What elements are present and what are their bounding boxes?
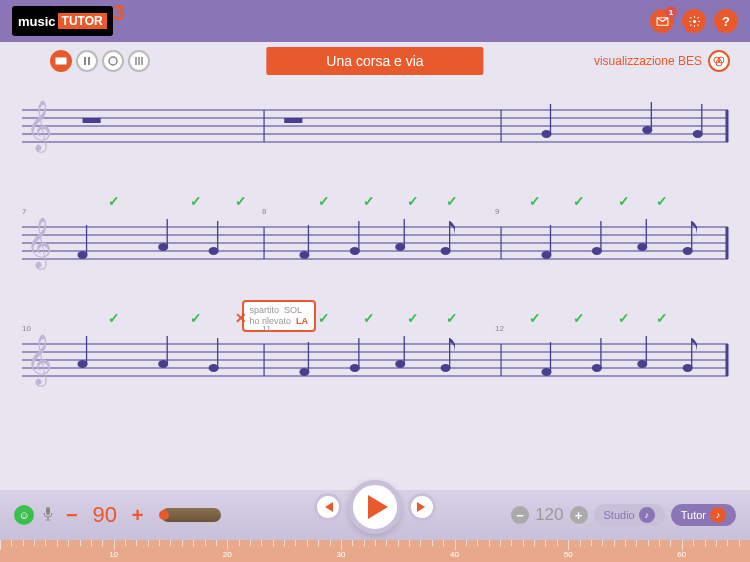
instrument-icon[interactable] xyxy=(161,508,221,522)
error-tooltip: spartito SOL ho rilevato LA xyxy=(242,300,317,332)
top-icon-row: 1 ? xyxy=(650,9,738,33)
timeline-tick xyxy=(318,540,319,546)
timeline-tick xyxy=(239,540,240,546)
check-icon: ✓ xyxy=(318,310,330,326)
bar-number: 7 xyxy=(22,207,26,216)
timeline-tick xyxy=(591,540,592,546)
view-tool-2[interactable] xyxy=(76,50,98,72)
check-icon: ✓ xyxy=(363,310,375,326)
prev-button[interactable] xyxy=(314,493,342,521)
timeline-tick xyxy=(443,540,444,546)
timeline-tick xyxy=(398,540,399,546)
timeline-tick xyxy=(136,540,137,546)
next-button[interactable] xyxy=(408,493,436,521)
view-tool-3[interactable] xyxy=(102,50,124,72)
check-icon: ✓ xyxy=(656,193,668,209)
timeline-tick xyxy=(80,540,81,546)
staff[interactable]: 7 8 9 𝄞 xyxy=(22,217,728,272)
timeline-tick xyxy=(45,540,46,546)
logo-text-1: music xyxy=(18,14,56,29)
tempo-plus[interactable]: + xyxy=(128,504,148,527)
mode-studio-label: Studio xyxy=(604,509,635,521)
transport-controls xyxy=(314,480,436,534)
timeline-tick xyxy=(670,540,671,546)
svg-point-4 xyxy=(109,57,117,65)
timeline-tick xyxy=(273,540,274,546)
play-button[interactable] xyxy=(348,480,402,534)
tempo2-plus[interactable]: + xyxy=(570,506,588,524)
cross-icon: ✕ xyxy=(235,310,247,326)
timeline-tick xyxy=(250,540,251,546)
check-icon: ✓ xyxy=(407,193,419,209)
view-tool-1[interactable] xyxy=(50,50,72,72)
bes-toggle[interactable]: visualizzazione BES xyxy=(594,50,730,72)
timeline-tick xyxy=(34,540,35,546)
check-icon: ✓ xyxy=(108,193,120,209)
view-tool-4[interactable] xyxy=(128,50,150,72)
logo-text-2: TUTOR xyxy=(58,13,107,29)
timeline-tick xyxy=(114,540,115,550)
svg-text:𝄞: 𝄞 xyxy=(26,334,52,387)
check-icon: ✓ xyxy=(190,193,202,209)
timeline-tick xyxy=(739,540,740,546)
timeline-label: 20 xyxy=(223,550,232,559)
svg-text:𝄞: 𝄞 xyxy=(26,100,52,153)
mode-studio-button[interactable]: Studio ♪ xyxy=(594,504,665,526)
timeline-tick xyxy=(307,540,308,546)
check-icon: ✓ xyxy=(529,193,541,209)
timeline-tick xyxy=(102,540,103,546)
tempo-minus[interactable]: − xyxy=(62,504,82,527)
help-icon[interactable]: ? xyxy=(714,9,738,33)
mail-badge: 1 xyxy=(665,6,677,18)
sub-bar: Una corsa e via visualizzazione BES xyxy=(0,42,750,80)
timeline-label: 30 xyxy=(336,550,345,559)
bes-label: visualizzazione BES xyxy=(594,54,702,68)
timeline-tick xyxy=(216,540,217,546)
bar-number: 11 xyxy=(262,324,271,333)
timeline-tick xyxy=(261,540,262,546)
controls-right: − 120 + Studio ♪ Tutor ♪ xyxy=(511,504,736,526)
timeline-tick xyxy=(91,540,92,546)
tutor-mode-icon: ♪ xyxy=(710,507,726,523)
controls-left: ☺ − 90 + xyxy=(14,502,221,528)
settings-icon[interactable] xyxy=(682,9,706,33)
timeline-tick xyxy=(648,540,649,546)
timeline-tick xyxy=(511,540,512,546)
timeline-tick xyxy=(614,540,615,546)
tempo2-minus[interactable]: − xyxy=(511,506,529,524)
check-icon: ✓ xyxy=(618,310,630,326)
check-icon: ✓ xyxy=(573,193,585,209)
timeline-tick xyxy=(693,540,694,546)
svg-rect-16 xyxy=(284,118,302,123)
timeline-tick xyxy=(57,540,58,546)
tooltip-l2b: LA xyxy=(296,316,308,326)
play-icon xyxy=(368,495,388,519)
timeline-tick xyxy=(705,540,706,546)
svg-text:𝄞: 𝄞 xyxy=(26,217,52,270)
timeline[interactable]: 102030405060 xyxy=(0,540,750,562)
timeline-tick xyxy=(557,540,558,546)
mode-tutor-button[interactable]: Tutor ♪ xyxy=(671,504,736,526)
bar-number: 8 xyxy=(262,207,266,216)
timeline-tick xyxy=(182,540,183,546)
studio-mode-icon: ♪ xyxy=(639,507,655,523)
timeline-tick xyxy=(409,540,410,546)
timeline-tick xyxy=(341,540,342,550)
mail-icon[interactable]: 1 xyxy=(650,9,674,33)
view-tools xyxy=(50,50,150,72)
timeline-tick xyxy=(489,540,490,546)
staff[interactable]: 10 11 12 𝄞 xyxy=(22,334,728,389)
timeline-tick xyxy=(227,540,228,550)
staff[interactable]: 𝄞 xyxy=(22,100,728,155)
svg-rect-1 xyxy=(56,58,66,64)
smiley-icon[interactable]: ☺ xyxy=(14,505,34,525)
check-icon: ✓ xyxy=(190,310,202,326)
check-icon: ✓ xyxy=(446,193,458,209)
mic-icon[interactable] xyxy=(42,506,54,525)
timeline-tick xyxy=(466,540,467,546)
timeline-tick xyxy=(148,540,149,546)
timeline-tick xyxy=(352,540,353,546)
timeline-tick xyxy=(568,540,569,550)
timeline-tick xyxy=(625,540,626,546)
timeline-tick xyxy=(330,540,331,546)
